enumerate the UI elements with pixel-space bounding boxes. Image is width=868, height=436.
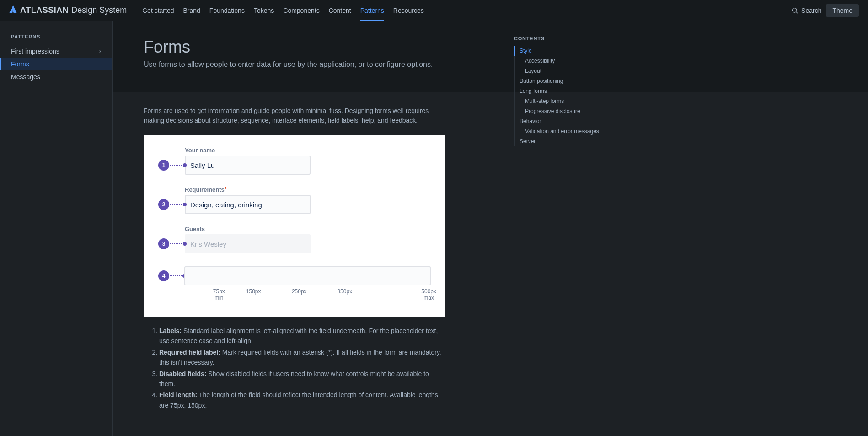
toc-item-multi-step-forms[interactable]: Multi-step forms (514, 96, 619, 106)
top-header: ATLASSIAN Design System Get startedBrand… (0, 0, 868, 21)
example-input (185, 234, 311, 253)
theme-button[interactable]: Theme (826, 4, 859, 17)
size-label: 350px (337, 288, 352, 295)
size-label: 500pxmax (421, 288, 436, 301)
toc-item-behavior[interactable]: Behavior (514, 116, 619, 126)
size-label: 250px (292, 288, 307, 295)
size-label: 75pxmin (213, 288, 225, 301)
annotation-badge: 4 (158, 270, 169, 281)
sidebar-item-label: First impressions (11, 48, 59, 55)
form-illustration: Your name1Requirements*2Guests3475pxmin1… (144, 135, 445, 317)
sidebar-item-first-impressions[interactable]: First impressions› (0, 45, 112, 58)
sidebar-item-label: Forms (11, 60, 29, 68)
toc-item-validation-and-error-messages[interactable]: Validation and error messages (514, 126, 619, 136)
field-label: Your name (185, 147, 215, 154)
sidebar-heading: PATTERNS (0, 34, 112, 45)
logo-product: Design System (71, 5, 127, 15)
nav-item-content[interactable]: Content (324, 0, 356, 21)
svg-line-1 (796, 12, 798, 13)
intro-paragraph: Forms are used to get information and gu… (144, 106, 445, 125)
annotation-badge: 3 (158, 238, 169, 249)
nav-item-tokens[interactable]: Tokens (249, 0, 279, 21)
nav-item-get-started[interactable]: Get started (138, 0, 178, 21)
nav-item-resources[interactable]: Resources (389, 0, 429, 21)
toc-item-server[interactable]: Server (514, 136, 619, 146)
table-of-contents: CONTENTS StyleAccessibilityLayoutButton … (509, 21, 619, 436)
search-label: Search (801, 7, 821, 14)
toc-item-layout[interactable]: Layout (514, 66, 619, 76)
notes-list: Labels: Standard label alignment is left… (144, 326, 445, 410)
field-label: Guests (185, 226, 205, 232)
svg-point-0 (793, 8, 797, 12)
atlassian-icon (9, 5, 17, 16)
primary-nav: Get startedBrandFoundationsTokensCompone… (138, 0, 429, 21)
nav-item-components[interactable]: Components (279, 0, 324, 21)
annotation-badge: 1 (158, 160, 169, 171)
size-label: 150px (246, 288, 261, 295)
example-input (185, 195, 311, 214)
toc-item-long-forms[interactable]: Long forms (514, 86, 619, 96)
nav-item-foundations[interactable]: Foundations (205, 0, 249, 21)
connector-line (170, 165, 184, 166)
toc-heading: CONTENTS (514, 36, 619, 41)
note-item: Required field label: Mark required fiel… (159, 347, 445, 368)
sidebar-item-label: Messages (11, 73, 40, 81)
toc-item-button-positioning[interactable]: Button positioning (514, 76, 619, 86)
field-label: Requirements (185, 186, 225, 193)
nav-item-brand[interactable]: Brand (178, 0, 204, 21)
sidebar-item-messages[interactable]: Messages (0, 70, 112, 83)
connector-line (170, 275, 183, 276)
field-sizes-box (184, 266, 431, 285)
page-title: Forms (144, 38, 837, 57)
page-hero: Forms Use forms to allow people to enter… (113, 21, 868, 92)
sidebar-item-forms[interactable]: Forms (0, 58, 112, 70)
page-subtitle: Use forms to allow people to enter data … (144, 60, 837, 69)
toc-item-accessibility[interactable]: Accessibility (514, 56, 619, 66)
logo[interactable]: ATLASSIAN Design System (9, 5, 127, 16)
search-button[interactable]: Search (791, 7, 821, 14)
connector-line (170, 204, 184, 205)
connector-line (170, 243, 184, 244)
logo-brand: ATLASSIAN (20, 5, 69, 15)
note-item: Disabled fields: Show disabled fields if… (159, 369, 445, 389)
toc-item-style[interactable]: Style (514, 46, 619, 56)
chevron-right-icon: › (99, 48, 101, 54)
search-icon (791, 7, 798, 14)
sidebar: PATTERNS First impressions›FormsMessages (0, 21, 113, 436)
annotation-badge: 2 (158, 199, 169, 210)
note-item: Field length: The length of the field sh… (159, 390, 445, 410)
toc-item-progressive-disclosure[interactable]: Progressive disclosure (514, 106, 619, 116)
required-asterisk-icon: * (225, 186, 227, 193)
example-input (185, 156, 311, 175)
note-item: Labels: Standard label alignment is left… (159, 326, 445, 346)
nav-item-patterns[interactable]: Patterns (356, 0, 389, 21)
